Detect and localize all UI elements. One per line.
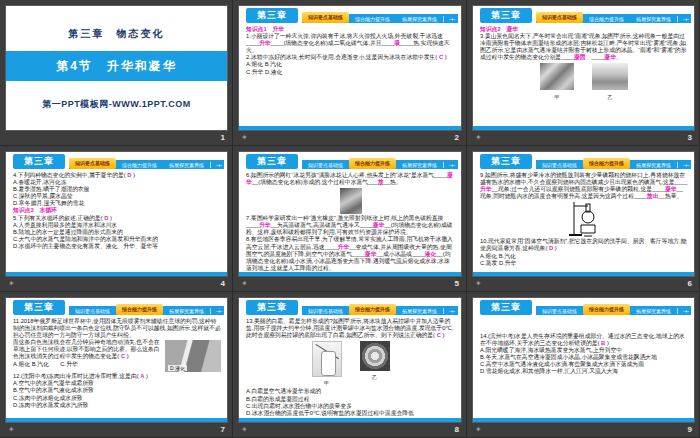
tab-basic-practice: 知识要点基础练 [69, 308, 116, 314]
tab-basic-practice: 知识要点基础练 [69, 158, 116, 169]
slide-4-canvas[interactable]: 第三章 知识要点基础练 综合能力提升练 拓展探究素养练 -+- 4.下列四种物态… [6, 152, 227, 276]
can-shape [321, 351, 336, 376]
slide-number: 2 [455, 133, 459, 142]
option-line: D.水循环中的主要物态变化有蒸发、液化、升华、凝华等 [13, 243, 221, 250]
option-line: B.陆地上的水一定是通过降雨的形式而来的 [13, 229, 221, 236]
slide-footer-bar [473, 418, 694, 422]
slide-footer-bar [239, 272, 461, 276]
slide-body: 11.2018年俄罗斯足球世界杯中,使用固体无痕喷雾剂来辅助任意球的判罚,这种特… [6, 316, 227, 409]
header-ornament-icon: -+- [443, 16, 460, 22]
tab-explore-practice: 拓展探究素养练 [396, 16, 443, 22]
option-line: A.白霜是空气遇冷凝华形成的 [246, 388, 455, 395]
option-line: D.雪花熔化成水,和其他降水一样,汇入江河,又流入大海 [480, 368, 688, 375]
figure-label: 甲 [540, 94, 574, 101]
chapter-badge: 第三章 [246, 300, 298, 315]
tab-basic-practice: 知识要点基础练 [302, 12, 349, 23]
slide-2-canvas[interactable]: 第三章 知识要点基础练 综合能力提升练 拓展探究素养练 -+- 知识点1 升华 … [239, 6, 461, 130]
tab-basic-practice: 知识要点基础练 [536, 12, 583, 23]
tab-ability-practice: 综合能力提升练 [583, 158, 630, 169]
question-3-text: 3.黄山景色闻名天下,严冬时常会出现“雨凇”现象,如图甲所示,这种现象一般是由过… [480, 33, 688, 61]
option-line: C.冻肉中的冰熔化成水所致 [13, 395, 221, 402]
transition-star-icon: ✦ [241, 425, 248, 435]
slide-body: 13.美丽的白霜。霜是怎样形成的?如图甲所示,将冰块放入易拉罐中并加入适量的盐,… [239, 316, 461, 417]
tab-ability-practice: 综合能力提升练 [116, 162, 163, 168]
header-ornament-icon: -+- [677, 308, 694, 314]
slide-5-canvas[interactable]: 第三章 知识要点基础练 综合能力提升练 拓展探究素养练 -+- 6.如图所示的网… [239, 152, 461, 276]
chapter-badge: 第三章 [480, 154, 532, 169]
slide-footer-bar [6, 418, 227, 422]
option-line: C.蒸发 D.升华 [480, 260, 688, 267]
slide-header: 第三章 知识要点基础练 综合能力提升练 拓展探究素养练 -+- [239, 6, 461, 24]
tab-ability-practice: 综合能力提升练 [349, 16, 396, 22]
tab-bar: 知识要点基础练 综合能力提升练 拓展探究素养练 -+- [536, 160, 691, 169]
cover-site-credit: 第一PPT模板网-WWW.1PPT.COM [6, 98, 227, 111]
slide-6-canvas[interactable]: 第三章 知识要点基础练 综合能力提升练 拓展探究素养练 -+- 9.如图所示,将… [473, 152, 694, 276]
vanishing-spray-photo: D.液化 [165, 340, 221, 372]
option-line: A.熔化 B.汽化 [246, 61, 455, 68]
frost-can-bottom-photo [360, 341, 390, 371]
question-8-text: 8.有些地区春季容易出现干旱,为了缓解旱情,常常实施人工降雨,用飞机将干冰撒入高… [246, 236, 455, 271]
slide-number: 4 [221, 279, 225, 288]
slide-footer-bar [6, 272, 227, 276]
slide-body: 知识点2 凝华 3.黄山景色闻名天下,严冬时常会出现“雨凇”现象,如图甲所示,这… [473, 24, 694, 101]
question-13-text: 13.美丽的白霜。霜是怎样形成的?如图甲所示,将冰块放入易拉罐中并加入适量的盐,… [246, 318, 455, 339]
header-ornament-icon: -+- [677, 16, 694, 22]
slide-3-canvas[interactable]: 第三章 知识要点基础练 综合能力提升练 拓展探究素养练 -+- 知识点2 凝华 … [473, 6, 694, 130]
tab-explore-practice: 拓展探究素养练 [630, 308, 677, 314]
slide-thumbnail-5[interactable]: 第三章 知识要点基础练 综合能力提升练 拓展探究素养练 -+- 6.如图所示的网… [233, 146, 467, 292]
slide-number: 9 [688, 425, 692, 434]
figure-row [246, 188, 455, 214]
figure-yi: 乙 [360, 341, 390, 387]
slide-thumbnail-8[interactable]: 第三章 知识要点基础练 综合能力提升练 拓展探究素养练 -+- 13.美丽的白霜… [233, 292, 467, 438]
transition-star-icon: ✦ [8, 279, 15, 289]
slide-7-canvas[interactable]: 第三章 知识要点基础练 综合能力提升练 拓展探究素养练 -+- 11.2018年… [6, 298, 227, 422]
tab-explore-practice: 拓展探究素养练 [396, 162, 443, 168]
tab-basic-practice: 知识要点基础练 [536, 308, 583, 314]
slide-1-canvas[interactable]: 第三章 物态变化 第4节 升华和凝华 第一PPT模板网-WWW.1PPT.COM [6, 6, 227, 130]
slide-header: 第三章 知识要点基础练 综合能力提升练 拓展探究素养练 -+- [473, 152, 694, 170]
tab-bar: 知识要点基础练 综合能力提升练 拓展探究素养练 -+- [69, 160, 224, 169]
slide-header: 第三章 知识要点基础练 综合能力提升练 拓展探究素养练 -+- [473, 6, 694, 24]
tab-bar: 知识要点基础练 综合能力提升练 拓展探究素养练 -+- [69, 306, 224, 315]
transition-star-icon: ✦ [241, 279, 248, 289]
figure-jia: 甲 [312, 341, 342, 387]
iodine-experiment-diagram [567, 200, 601, 238]
option-line: A.熔化 B.汽化 [480, 253, 688, 260]
slide-thumbnail-1[interactable]: 第三章 物态变化 第4节 升华和凝华 第一PPT模板网-WWW.1PPT.COM… [0, 0, 233, 146]
slide-body: 知识点1 升华 1.小丽设计了一种灭火弹,弹内装有干冰,将灭火弹投入火场,外壳破… [239, 24, 461, 76]
tab-bar: 知识要点基础练 综合能力提升练 拓展探究素养练 -+- [302, 14, 458, 23]
tab-basic-practice: 知识要点基础练 [302, 162, 349, 168]
slide-thumbnail-3[interactable]: 第三章 知识要点基础练 综合能力提升练 拓展探究素养练 -+- 知识点2 凝华 … [467, 0, 700, 146]
tab-explore-practice: 拓展探究素养练 [630, 16, 677, 22]
slide-thumbnail-2[interactable]: 第三章 知识要点基础练 综合能力提升练 拓展探究素养练 -+- 知识点1 升华 … [233, 0, 467, 146]
tab-basic-practice: 知识要点基础练 [302, 308, 349, 314]
slide-thumbnail-4[interactable]: 第三章 知识要点基础练 综合能力提升练 拓展探究素养练 -+- 4.下列四种物态… [0, 146, 233, 292]
question-11-text: 11.2018年俄罗斯足球世界杯中,使用固体无痕喷雾剂来辅助任意球的判罚,这种特… [13, 318, 221, 339]
rime-river-photo [592, 63, 628, 90]
transition-star-icon: ✦ [475, 279, 482, 289]
slide-header: 第三章 知识要点基础练 综合能力提升练 拓展探究素养练 -+- [6, 152, 227, 170]
can-experiment-photo [312, 341, 342, 377]
tab-explore-practice: 拓展探究素养练 [630, 162, 677, 168]
question-10-text: 10.现代家庭常用“固体空气清新剂”,把它放在房间的洗手间、厨房、客厅等地方,能… [480, 238, 688, 252]
transition-star-icon: ✦ [475, 133, 482, 143]
chapter-badge: 第三章 [246, 8, 298, 23]
slide-body: 6.如图所示的网红“冰花男孩”满脸冰花让人心疼,他头发上的“冰花”是水蒸气___… [239, 170, 461, 272]
slide-8-canvas[interactable]: 第三章 知识要点基础练 综合能力提升练 拓展探究素养练 -+- 13.美丽的白霜… [239, 298, 461, 422]
slide-thumbnail-7[interactable]: 第三章 知识要点基础练 综合能力提升练 拓展探究素养练 -+- 11.2018年… [0, 292, 233, 438]
chapter-badge: 第三章 [13, 154, 65, 169]
chapter-badge: 第三章 [246, 154, 298, 169]
question-1-text: 1.小丽设计了一种灭火弹,弹内装有干冰,将灭火弹投入火场,外壳破裂,干冰迅速__… [246, 33, 455, 54]
slide-thumbnail-6[interactable]: 第三章 知识要点基础练 综合能力提升练 拓展探究素养练 -+- 9.如图所示,将… [467, 146, 700, 292]
tab-explore-practice: 拓展探究素养练 [163, 162, 210, 168]
figure-row: 甲 乙 [246, 341, 455, 387]
slide-9-canvas[interactable]: 第三章 知识要点基础练 综合能力提升练 拓展探究素养练 -+- 14.(滨州中考… [473, 298, 694, 422]
tab-bar: 知识要点基础练 综合能力提升练 拓展探究素养练 -+- [536, 306, 691, 315]
slide-number: 6 [688, 279, 692, 288]
slide-body: 14.(滨州中考)水是人类生存环境的重要组成部分。通过水的三态变化,地球上的水在… [473, 316, 694, 376]
slide-sorter-grid: 第三章 物态变化 第4节 升华和凝华 第一PPT模板网-WWW.1PPT.COM… [0, 0, 700, 438]
slide-thumbnail-9[interactable]: 第三章 知识要点基础练 综合能力提升练 拓展探究素养练 -+- 14.(滨州中考… [467, 292, 700, 438]
cover-section-banner: 第4节 升华和凝华 [6, 51, 227, 81]
slide-body: 4.下列四种物态变化的实例中,属于凝华的是( D ) A.春暖花开,冰河化冻 B… [6, 170, 227, 250]
tab-explore-practice: 拓展探究素养练 [163, 308, 210, 314]
